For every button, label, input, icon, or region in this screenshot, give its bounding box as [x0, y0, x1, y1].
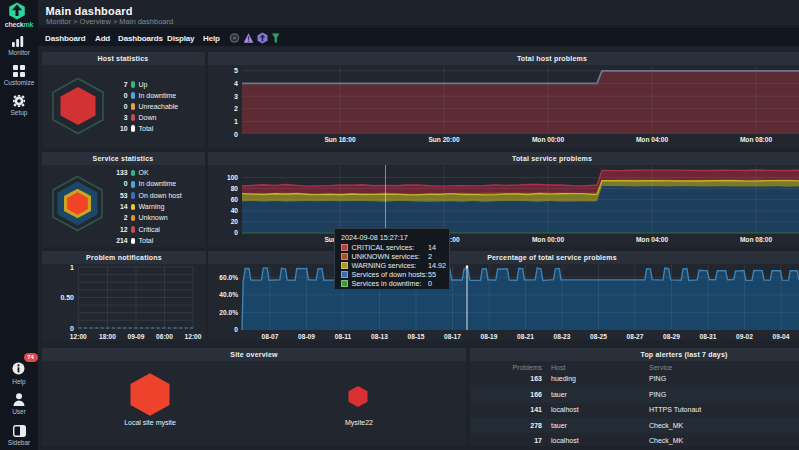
svg-text:08-07: 08-07	[262, 333, 279, 340]
svg-text:Mon 00:00: Mon 00:00	[532, 236, 565, 243]
svg-text:4: 4	[234, 80, 238, 87]
svg-text:08-19: 08-19	[481, 333, 498, 340]
svg-text:08-25: 08-25	[590, 333, 607, 340]
svg-text:Sun 20:00: Sun 20:00	[428, 136, 459, 143]
svg-text:08-27: 08-27	[627, 333, 644, 340]
svg-text:08-21: 08-21	[517, 333, 534, 340]
svg-text:60: 60	[231, 196, 239, 203]
svg-text:06:00: 06:00	[156, 333, 173, 340]
svg-text:60.0%: 60.0%	[219, 274, 238, 281]
svg-text:20.0%: 20.0%	[219, 309, 238, 316]
svg-text:09-04: 09-04	[773, 333, 790, 340]
svg-text:0.50: 0.50	[60, 294, 74, 301]
svg-text:18:00: 18:00	[99, 333, 116, 340]
svg-text:Mon 08:00: Mon 08:00	[740, 136, 773, 143]
svg-text:08-29: 08-29	[663, 333, 680, 340]
svg-text:20: 20	[231, 218, 239, 225]
svg-text:2: 2	[234, 105, 238, 112]
svg-text:09-09: 09-09	[128, 333, 145, 340]
svg-text:0: 0	[234, 326, 238, 333]
svg-text:40: 40	[231, 207, 239, 214]
svg-text:80: 80	[231, 185, 239, 192]
svg-text:08-17: 08-17	[444, 333, 461, 340]
svg-text:12:00: 12:00	[70, 333, 87, 340]
svg-text:1: 1	[70, 264, 74, 271]
svg-text:08-23: 08-23	[554, 333, 571, 340]
svg-text:100: 100	[227, 174, 238, 181]
svg-text:5: 5	[234, 67, 238, 74]
svg-text:09-02: 09-02	[736, 333, 753, 340]
svg-text:3: 3	[234, 93, 238, 100]
svg-text:08-11: 08-11	[335, 333, 352, 340]
svg-text:08-09: 08-09	[298, 333, 315, 340]
svg-text:Mon 04:00: Mon 04:00	[636, 136, 669, 143]
svg-text:Mon 04:00: Mon 04:00	[636, 236, 669, 243]
svg-text:Mon 00:00: Mon 00:00	[532, 136, 565, 143]
svg-text:0: 0	[70, 325, 74, 332]
svg-text:1: 1	[234, 118, 238, 125]
svg-text:08-15: 08-15	[408, 333, 425, 340]
svg-text:0: 0	[234, 229, 238, 236]
svg-text:Sun 16:00: Sun 16:00	[324, 136, 355, 143]
svg-text:40.0%: 40.0%	[219, 291, 238, 298]
svg-text:0: 0	[234, 131, 238, 138]
svg-text:Mon 08:00: Mon 08:00	[740, 236, 773, 243]
svg-text:12:00: 12:00	[185, 333, 202, 340]
svg-text:08-31: 08-31	[700, 333, 717, 340]
svg-text:08-13: 08-13	[371, 333, 388, 340]
